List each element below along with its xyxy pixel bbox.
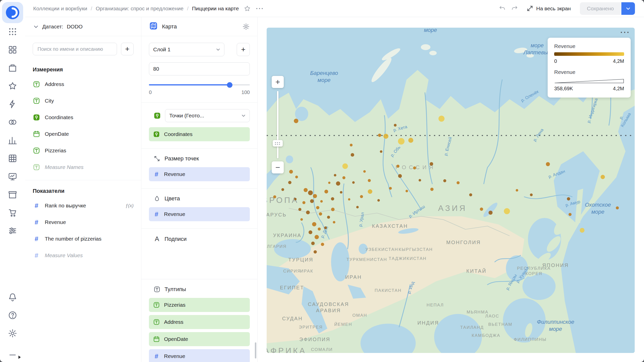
map-point[interactable] [360,195,363,198]
map-point[interactable] [430,162,433,166]
panel-scrollbar[interactable] [255,342,256,358]
map-point[interactable] [306,210,310,214]
map-point[interactable] [300,218,303,221]
map-point[interactable] [480,208,483,211]
more-menu-icon[interactable]: ··· [256,5,264,12]
map-point[interactable] [368,179,371,182]
map-point[interactable] [336,181,340,186]
map-point[interactable] [273,195,276,198]
map-point[interactable] [312,222,316,226]
opacity-slider-handle[interactable] [227,82,232,88]
nav-workbooks-icon[interactable] [7,63,18,73]
favorite-star-icon[interactable] [244,5,251,12]
map-point[interactable] [302,201,305,204]
field-item[interactable]: # Measure Values ƒ(x) [25,247,141,264]
nav-quick-access-icon[interactable] [7,99,18,109]
nav-favorites-icon[interactable] [7,81,18,91]
save-button[interactable]: Сохранено [580,2,621,15]
map-point[interactable] [408,138,413,143]
field-item[interactable]: # Coordinates ƒ(x) [25,109,141,126]
map-point[interactable] [314,235,319,239]
field-item[interactable]: # Measure Names ƒ(x) [25,159,141,175]
settings-gear-icon[interactable] [7,328,18,338]
zoom-out-button[interactable]: − [272,161,284,173]
map-point[interactable] [396,165,399,168]
map-point[interactable] [319,212,322,216]
map-point[interactable] [342,176,345,179]
save-dropdown-button[interactable] [621,2,635,15]
map-point[interactable] [348,198,350,201]
map-point[interactable] [419,179,421,182]
map-point[interactable] [281,188,284,191]
map-point[interactable] [316,206,319,209]
datalens-logo[interactable] [2,2,23,23]
map-point[interactable] [295,175,298,178]
map-point[interactable] [398,138,405,145]
map-point[interactable] [325,190,328,194]
nav-dashboards-icon[interactable] [7,45,18,55]
field-chip[interactable]: # Address [149,315,250,329]
map-point[interactable] [413,166,416,169]
breadcrumb-item[interactable]: Организации: спрос и предложение [96,6,183,12]
map-point[interactable] [318,228,321,231]
expand-panel-icon[interactable] [17,354,22,361]
map-point[interactable] [516,189,518,192]
zoom-slider-track[interactable] [272,90,284,159]
map-point[interactable] [340,191,342,194]
map-point[interactable] [331,208,335,211]
field-chip[interactable]: # Pizzerias [149,298,250,312]
field-item[interactable]: # The number of pizzerias ƒ(x) [25,231,141,247]
help-icon[interactable] [7,310,18,320]
map-point[interactable] [380,150,382,153]
map-point[interactable] [616,206,619,209]
field-chip[interactable]: # Revenue [149,167,250,181]
map-point[interactable] [377,199,380,202]
map-point[interactable] [334,174,336,176]
map-point[interactable] [600,175,605,179]
field-item[interactable]: # City ƒ(x) [25,93,141,109]
nav-marketplace-icon[interactable] [7,208,18,218]
map-point[interactable] [443,179,446,182]
map-point[interactable] [398,174,402,178]
map-point[interactable] [430,188,433,191]
map-more-menu-icon[interactable]: ··· [620,28,630,37]
map-point[interactable] [294,198,297,200]
map-point[interactable] [308,191,313,195]
nav-monitoring-icon[interactable] [7,171,18,182]
field-chip[interactable]: # Revenue [149,207,250,221]
map-point[interactable] [289,170,293,174]
map-point[interactable] [304,188,308,192]
redo-icon[interactable] [511,5,518,12]
zoom-slider-handle[interactable] [273,140,283,147]
map-point[interactable] [394,124,396,127]
map-point[interactable] [356,206,359,208]
map-point[interactable] [333,221,335,223]
map-point[interactable] [314,250,317,253]
fullscreen-button[interactable]: На весь экран [527,5,571,12]
search-input[interactable] [33,43,117,55]
field-item[interactable]: # Revenue ƒ(x) [25,214,141,231]
map-point[interactable] [328,182,330,184]
map-point[interactable] [546,162,550,166]
map-point[interactable] [311,242,315,245]
undo-icon[interactable] [499,5,506,12]
zoom-in-button[interactable]: + [272,76,284,88]
add-layer-button[interactable]: + [237,43,250,56]
field-chip[interactable]: # OpenDate [149,332,250,346]
nav-tables-icon[interactable] [7,153,18,163]
map-point[interactable] [438,116,445,122]
field-item[interactable]: # Rank по выручке ƒ(x) [25,197,141,214]
field-chip[interactable]: # Coordinates [149,127,250,141]
field-item[interactable]: # Address ƒ(x) [25,76,141,93]
map-point[interactable] [504,208,510,214]
notifications-bell-icon[interactable] [7,292,18,302]
map-point[interactable] [469,193,472,196]
breadcrumb-item[interactable]: Коллекции и воркбуки [33,6,87,12]
map-point[interactable] [489,211,493,215]
map-point[interactable] [406,190,408,192]
map-point[interactable] [530,194,533,196]
chart-settings-gear-icon[interactable] [242,23,250,30]
map-point[interactable] [378,134,381,137]
map-point[interactable] [327,216,330,219]
field-item[interactable]: # OpenDate ƒ(x) [25,126,141,142]
